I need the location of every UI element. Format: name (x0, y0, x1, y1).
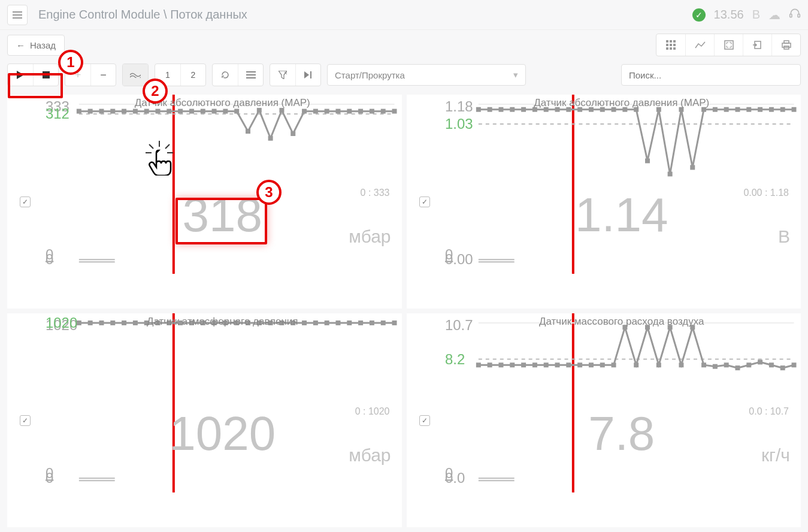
list-button[interactable] (238, 64, 263, 86)
svg-rect-83 (634, 107, 638, 112)
line-chart-icon (695, 41, 706, 49)
svg-rect-32 (88, 109, 93, 114)
mode-dropdown[interactable]: Старт/Прокрутка ▾ (327, 64, 526, 86)
svg-rect-160 (645, 325, 650, 330)
svg-rect-41 (189, 109, 194, 114)
svg-rect-34 (110, 109, 115, 114)
cloud-icon[interactable]: ☁ (768, 8, 780, 22)
columns-2-button[interactable]: 2 (180, 64, 205, 86)
view-line-button[interactable] (685, 34, 714, 56)
svg-rect-150 (532, 362, 537, 367)
breadcrumb-section[interactable]: Поток данных (170, 8, 247, 21)
svg-rect-114 (156, 321, 161, 325)
svg-rect-167 (724, 362, 728, 367)
headset-icon[interactable] (789, 7, 801, 22)
svg-rect-92 (735, 107, 740, 112)
svg-rect-110 (110, 321, 115, 325)
pane-checkbox[interactable]: ✓ (20, 197, 31, 207)
svg-rect-128 (313, 321, 318, 325)
grid-icon (666, 40, 676, 50)
svg-rect-133 (370, 321, 374, 325)
svg-rect-81 (611, 107, 616, 112)
svg-rect-115 (167, 321, 171, 325)
svg-text:1.18: 1.18 (444, 98, 473, 114)
chart-body[interactable]: Датчик атмосферного давления 1020102000 … (43, 313, 402, 527)
filter-button[interactable] (270, 64, 295, 86)
chart-big-value: 1020 (169, 406, 276, 461)
svg-rect-108 (88, 321, 93, 325)
breadcrumb-ecu[interactable]: Engine Control Module (38, 8, 160, 21)
back-button[interactable]: ← Назад (7, 35, 65, 56)
pane-checkbox[interactable]: ✓ (20, 415, 31, 426)
charts-grid: ✓ Датчик абсолютного давления (MAP) 3333… (0, 90, 808, 532)
svg-rect-54 (335, 109, 340, 114)
svg-rect-122 (246, 321, 250, 325)
view-export-button[interactable] (743, 34, 771, 56)
hamburger-icon (13, 11, 22, 19)
view-print-button[interactable] (771, 34, 800, 56)
chart-unit: кг/ч (761, 445, 790, 466)
svg-rect-93 (746, 107, 751, 112)
svg-rect-36 (133, 109, 138, 114)
search-input[interactable] (621, 64, 801, 86)
svg-rect-46 (246, 129, 250, 134)
svg-rect-161 (656, 362, 661, 367)
svg-rect-165 (701, 362, 706, 367)
view-grid-button[interactable] (656, 34, 685, 56)
pane-checkbox[interactable]: ✓ (419, 197, 430, 207)
svg-rect-95 (768, 107, 773, 112)
hamburger-button[interactable] (7, 5, 28, 25)
svg-rect-120 (223, 321, 228, 325)
svg-rect-132 (358, 321, 363, 325)
svg-rect-156 (600, 362, 604, 367)
svg-rect-145 (476, 362, 480, 367)
svg-rect-42 (201, 109, 205, 114)
svg-rect-57 (370, 109, 374, 114)
filter-group (270, 64, 321, 86)
svg-rect-40 (178, 109, 183, 114)
svg-rect-113 (144, 321, 149, 325)
skip-button[interactable] (295, 64, 320, 86)
svg-rect-166 (712, 364, 717, 369)
svg-rect-170 (758, 359, 762, 364)
svg-rect-71 (498, 107, 503, 112)
second-bar: ← Назад (0, 30, 808, 60)
svg-rect-35 (122, 109, 126, 114)
svg-rect-74 (532, 107, 537, 112)
svg-rect-33 (99, 109, 104, 114)
list-icon (246, 71, 256, 78)
svg-rect-80 (600, 107, 604, 112)
wave-button[interactable] (123, 64, 148, 86)
chart-big-value: 1.14 (575, 188, 668, 243)
layout-group (212, 64, 264, 86)
svg-rect-44 (223, 109, 228, 114)
svg-text:0: 0 (444, 246, 452, 262)
svg-rect-59 (392, 109, 397, 114)
view-fullscreen-button[interactable] (714, 34, 743, 56)
voltage-value: 13.56 (714, 8, 744, 22)
svg-rect-118 (201, 321, 205, 325)
svg-rect-6 (670, 44, 672, 46)
svg-rect-9 (670, 47, 672, 50)
chart-body[interactable]: Датчик абсолютного давления (MAP) 1.181.… (443, 95, 801, 309)
svg-rect-91 (724, 107, 728, 112)
breadcrumb: Engine Control Module \ Поток данных (38, 8, 247, 22)
refresh-button[interactable] (213, 64, 238, 86)
svg-rect-86 (667, 171, 672, 176)
svg-rect-153 (566, 362, 571, 367)
svg-rect-107 (77, 321, 81, 325)
svg-rect-2 (666, 40, 668, 43)
pane-checkbox[interactable]: ✓ (419, 415, 430, 426)
svg-rect-78 (577, 107, 582, 112)
chart-body[interactable]: Датчик массового расхода воздуха 10.78.2… (443, 313, 801, 527)
mode-dropdown-label: Старт/Прокрутка (335, 70, 405, 80)
chart-range: 0.00 : 1.18 (743, 188, 789, 198)
chart-unit: мбар (349, 445, 391, 466)
svg-rect-155 (588, 362, 593, 367)
svg-rect-130 (335, 321, 340, 325)
chart-pane-3: ✓ Датчик массового расхода воздуха 10.78… (407, 313, 801, 527)
chart-range: 0 : 333 (361, 188, 390, 198)
svg-rect-75 (543, 107, 548, 112)
svg-rect-5 (666, 44, 668, 46)
zoom-out-button[interactable]: − (90, 64, 116, 86)
